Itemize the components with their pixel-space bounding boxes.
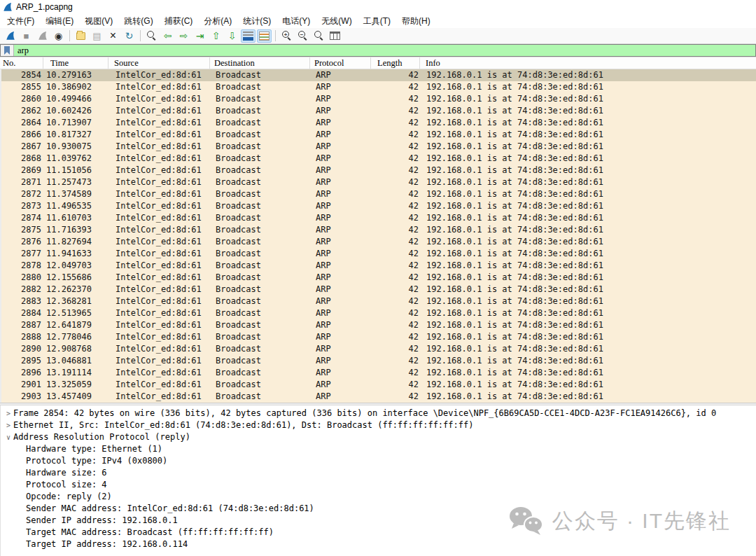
- cell-destination: Broadcast: [211, 153, 312, 165]
- cell-no: 2895: [1, 355, 45, 367]
- filter-bookmark-button[interactable]: [1, 45, 14, 56]
- cell-protocol: ARP: [312, 165, 372, 176]
- chevron-right-icon[interactable]: >: [4, 408, 13, 419]
- cell-protocol: ARP: [312, 188, 372, 200]
- open-file-icon[interactable]: [74, 29, 88, 43]
- save-file-icon[interactable]: ▤: [90, 29, 104, 43]
- detail-text: Target IP address: 192.168.0.114: [26, 538, 188, 550]
- column-header-info[interactable]: Info: [420, 57, 756, 69]
- previous-packet-icon[interactable]: ⇦: [160, 29, 175, 43]
- menu-item-telephony[interactable]: 电话(Y): [276, 14, 316, 29]
- detail-line[interactable]: >Ethernet II, Src: IntelCor_ed:8d:61 (74…: [1, 419, 756, 431]
- zoom-in-icon[interactable]: +: [279, 29, 294, 43]
- cell-source: IntelCor_ed:8d:61: [110, 296, 211, 307]
- menu-item-view[interactable]: 视图(V): [79, 14, 118, 29]
- resize-columns-icon[interactable]: [328, 29, 342, 43]
- menu-item-edit[interactable]: 编辑(E): [40, 14, 79, 29]
- menu-item-go[interactable]: 跳转(G): [118, 14, 158, 29]
- auto-scroll-icon[interactable]: [241, 29, 255, 43]
- cell-info: 192.168.0.1 is at 74:d8:3e:ed:8d:61: [421, 296, 756, 307]
- packet-row[interactable]: 287511.716393IntelCor_ed:8d:61BroadcastA…: [1, 224, 756, 236]
- packet-row[interactable]: 290113.325059IntelCor_ed:8d:61BroadcastA…: [1, 379, 756, 391]
- cell-protocol: ARP: [312, 176, 372, 188]
- detail-line[interactable]: Protocol size: 4: [1, 479, 756, 491]
- colorize-icon[interactable]: [257, 29, 272, 43]
- packet-row[interactable]: 286210.602426IntelCor_ed:8d:61BroadcastA…: [1, 105, 756, 117]
- chevron-right-icon[interactable]: >: [4, 419, 13, 431]
- menu-item-analyze[interactable]: 分析(A): [198, 14, 237, 29]
- cell-length: 42: [372, 69, 421, 81]
- goto-packet-icon[interactable]: ⇥: [192, 29, 207, 43]
- packet-row[interactable]: 289012.908768IntelCor_ed:8d:61BroadcastA…: [1, 343, 756, 355]
- packet-row[interactable]: 287711.941633IntelCor_ed:8d:61BroadcastA…: [1, 248, 756, 260]
- packet-row[interactable]: 288012.155686IntelCor_ed:8d:61BroadcastA…: [1, 272, 756, 284]
- close-file-icon[interactable]: ×: [106, 29, 120, 43]
- packet-row[interactable]: 286610.817327IntelCor_ed:8d:61BroadcastA…: [1, 129, 756, 141]
- cell-protocol: ARP: [312, 141, 372, 153]
- column-header-protocol[interactable]: Protocol: [310, 57, 371, 69]
- packet-row[interactable]: 288712.641879IntelCor_ed:8d:61BroadcastA…: [1, 319, 756, 331]
- column-header-time[interactable]: Time: [43, 57, 108, 69]
- packet-row[interactable]: 287311.496535IntelCor_ed:8d:61BroadcastA…: [1, 200, 756, 212]
- packet-row[interactable]: 288312.368281IntelCor_ed:8d:61BroadcastA…: [1, 296, 756, 307]
- detail-line[interactable]: ∨Address Resolution Protocol (reply): [1, 431, 756, 443]
- detail-line[interactable]: Sender IP address: 192.168.0.1: [1, 515, 756, 527]
- filter-bar: arp: [0, 44, 756, 57]
- next-packet-icon[interactable]: ⇨: [176, 29, 191, 43]
- detail-line[interactable]: Target MAC address: Broadcast (ff:ff:ff:…: [1, 527, 756, 538]
- detail-line[interactable]: Sender MAC address: IntelCor_ed:8d:61 (7…: [1, 503, 756, 515]
- packet-row[interactable]: 286811.039762IntelCor_ed:8d:61BroadcastA…: [1, 153, 756, 165]
- packet-list[interactable]: 285410.279163IntelCor_ed:8d:61BroadcastA…: [0, 69, 756, 403]
- first-packet-icon[interactable]: ⇧: [209, 29, 223, 43]
- detail-line[interactable]: >Frame 2854: 42 bytes on wire (336 bits)…: [1, 408, 756, 419]
- packet-row[interactable]: 285510.386902IntelCor_ed:8d:61BroadcastA…: [1, 81, 756, 93]
- reload-file-icon[interactable]: ↻: [122, 29, 136, 43]
- packet-row[interactable]: 286710.930075IntelCor_ed:8d:61BroadcastA…: [1, 141, 756, 153]
- zoom-out-icon[interactable]: −: [295, 29, 310, 43]
- last-packet-icon[interactable]: ⇩: [225, 29, 239, 43]
- display-filter-input[interactable]: arp: [14, 45, 755, 56]
- packet-row[interactable]: 285410.279163IntelCor_ed:8d:61BroadcastA…: [1, 69, 756, 81]
- cell-time: 10.602426: [45, 105, 110, 117]
- menu-item-tools[interactable]: 工具(T): [358, 14, 396, 29]
- column-header-length[interactable]: Length: [371, 57, 420, 69]
- stop-capture-icon[interactable]: ■: [19, 29, 34, 43]
- cell-destination: Broadcast: [211, 224, 312, 236]
- find-packet-icon[interactable]: [144, 29, 159, 43]
- packet-row[interactable]: 289613.191114IntelCor_ed:8d:61BroadcastA…: [1, 367, 756, 379]
- menu-item-capture[interactable]: 捕获(C): [159, 14, 199, 29]
- chevron-down-icon[interactable]: ∨: [4, 431, 13, 443]
- column-header-destination[interactable]: Destination: [210, 57, 310, 69]
- packet-row[interactable]: 286010.499466IntelCor_ed:8d:61BroadcastA…: [1, 93, 756, 105]
- menu-item-help[interactable]: 帮助(H): [396, 14, 436, 29]
- detail-line[interactable]: Hardware type: Ethernet (1): [1, 443, 756, 455]
- start-capture-icon[interactable]: [3, 29, 18, 43]
- packet-row[interactable]: 286911.151056IntelCor_ed:8d:61BroadcastA…: [1, 165, 756, 176]
- cell-no: 2877: [1, 248, 45, 260]
- menu-item-statistics[interactable]: 统计(S): [237, 14, 276, 29]
- column-header-source[interactable]: Source: [108, 57, 210, 69]
- menu-item-file[interactable]: 文件(F): [1, 14, 40, 29]
- zoom-reset-icon[interactable]: [312, 29, 326, 43]
- detail-line[interactable]: Hardware size: 6: [1, 467, 756, 479]
- packet-row[interactable]: 287411.610703IntelCor_ed:8d:61BroadcastA…: [1, 212, 756, 224]
- packet-row[interactable]: 288212.262370IntelCor_ed:8d:61BroadcastA…: [1, 284, 756, 296]
- cell-no: 2878: [1, 260, 45, 272]
- packet-row[interactable]: 290313.457409IntelCor_ed:8d:61BroadcastA…: [1, 391, 756, 403]
- packet-row[interactable]: 287111.257473IntelCor_ed:8d:61BroadcastA…: [1, 176, 756, 188]
- packet-row[interactable]: 287611.827694IntelCor_ed:8d:61BroadcastA…: [1, 236, 756, 248]
- packet-row[interactable]: 288812.778046IntelCor_ed:8d:61BroadcastA…: [1, 331, 756, 343]
- menu-item-wireless[interactable]: 无线(W): [316, 14, 357, 29]
- column-header-no[interactable]: No.: [0, 57, 43, 69]
- packet-row[interactable]: 287812.049703IntelCor_ed:8d:61BroadcastA…: [1, 260, 756, 272]
- detail-line[interactable]: Protocol type: IPv4 (0x0800): [1, 455, 756, 467]
- packet-row[interactable]: 287211.374589IntelCor_ed:8d:61BroadcastA…: [1, 188, 756, 200]
- cell-info: 192.168.0.1 is at 74:d8:3e:ed:8d:61: [421, 141, 756, 153]
- restart-capture-icon[interactable]: [35, 29, 50, 43]
- packet-row[interactable]: 286410.713907IntelCor_ed:8d:61BroadcastA…: [1, 117, 756, 129]
- packet-row[interactable]: 289513.046881IntelCor_ed:8d:61BroadcastA…: [1, 355, 756, 367]
- detail-line[interactable]: Opcode: reply (2): [1, 491, 756, 503]
- packet-row[interactable]: 288412.513965IntelCor_ed:8d:61BroadcastA…: [1, 307, 756, 319]
- capture-options-icon[interactable]: ◉: [51, 29, 66, 43]
- detail-line[interactable]: Target IP address: 192.168.0.114: [1, 538, 756, 550]
